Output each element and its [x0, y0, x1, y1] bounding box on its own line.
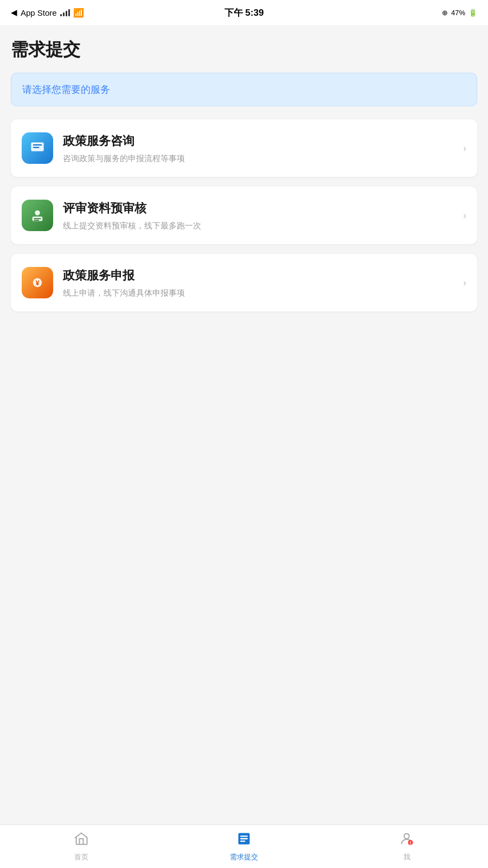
- status-left: ◀ App Store 📶: [11, 8, 84, 18]
- tab-home[interactable]: 首页: [54, 831, 108, 862]
- main-content: 需求提交 请选择您需要的服务 政策服务咨询 咨询政策与服务的申报流程等事项 ›: [0, 25, 488, 825]
- review-precheck-desc: 线上提交资料预审核，线下最多跑一次: [63, 220, 453, 231]
- service-card-policy-consult[interactable]: 政策服务咨询 咨询政策与服务的申报流程等事项 ›: [11, 119, 477, 177]
- policy-consult-desc: 咨询政策与服务的申报流程等事项: [63, 152, 453, 164]
- tab-me-label: 我: [403, 852, 410, 862]
- policy-consult-chevron: ›: [463, 143, 466, 154]
- policy-apply-chevron: ›: [463, 277, 466, 289]
- service-card-review-precheck[interactable]: 评审资料预审核 线上提交资料预审核，线下最多跑一次 ›: [11, 187, 477, 244]
- svg-text:¥: ¥: [35, 279, 40, 287]
- tab-home-label: 首页: [74, 852, 88, 862]
- signal-icon: [60, 9, 70, 16]
- policy-apply-title: 政策服务申报: [63, 267, 453, 284]
- tab-me[interactable]: ! 我: [380, 831, 434, 862]
- wifi-icon: 📶: [73, 8, 84, 18]
- svg-point-13: [404, 834, 409, 839]
- policy-consult-title: 政策服务咨询: [63, 133, 453, 149]
- back-arrow: ◀: [11, 8, 17, 17]
- review-precheck-text: 评审资料预审核 线上提交资料预审核，线下最多跑一次: [63, 200, 453, 231]
- policy-apply-text: 政策服务申报 线上申请，线下沟通具体申报事项: [63, 267, 453, 298]
- service-selector[interactable]: 请选择您需要的服务: [11, 73, 477, 106]
- battery-percent: 47%: [451, 9, 465, 17]
- tab-demand[interactable]: 需求提交: [217, 831, 271, 862]
- me-icon: !: [399, 831, 414, 850]
- service-selector-placeholder: 请选择您需要的服务: [22, 84, 110, 95]
- svg-text:!: !: [410, 841, 412, 846]
- tab-demand-label: 需求提交: [230, 852, 258, 862]
- carrier-label: App Store: [21, 8, 57, 17]
- status-bar: ◀ App Store 📶 下午 5:39 ⊕ 47% 🔋: [0, 0, 488, 25]
- policy-consult-text: 政策服务咨询 咨询政策与服务的申报流程等事项: [63, 133, 453, 164]
- service-list: 政策服务咨询 咨询政策与服务的申报流程等事项 › 评审资料预审核 线上提交资料预…: [11, 119, 477, 311]
- battery-icon: 🔋: [468, 9, 477, 17]
- policy-apply-desc: 线上申请，线下沟通具体申报事项: [63, 287, 453, 298]
- policy-apply-icon: ¥: [22, 267, 53, 298]
- status-time: 下午 5:39: [224, 7, 264, 19]
- svg-point-3: [35, 210, 40, 215]
- service-card-policy-apply[interactable]: ¥ 政策服务申报 线上申请，线下沟通具体申报事项 ›: [11, 254, 477, 311]
- status-right: ⊕ 47% 🔋: [442, 9, 477, 17]
- review-precheck-icon: [22, 200, 53, 231]
- review-precheck-title: 评审资料预审核: [63, 200, 453, 216]
- policy-consult-icon: [22, 132, 53, 164]
- demand-icon: [236, 831, 252, 850]
- tab-bar: 首页 需求提交 ! 我: [0, 825, 488, 868]
- location-icon: ⊕: [442, 9, 448, 17]
- page-title: 需求提交: [11, 38, 477, 62]
- review-precheck-chevron: ›: [463, 210, 466, 221]
- home-icon: [74, 831, 89, 850]
